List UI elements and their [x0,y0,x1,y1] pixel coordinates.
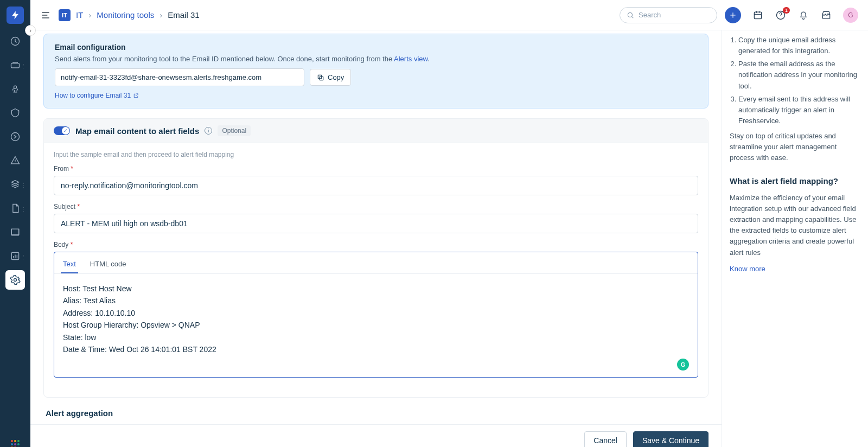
breadcrumb: IT IT › Monitoring tools › Email 31 [59,9,200,21]
body-editor: Text HTML code Host: Test Host New Alias… [54,252,698,378]
configure-link[interactable]: How to configure Email 31 [55,92,139,99]
sidebar-item-reports[interactable]: ⋮ [5,246,25,266]
help-step: Paste the email address as the notificat… [738,59,860,91]
chevron-right-icon: › [88,10,91,20]
email-config-title: Email configuration [55,43,697,52]
new-button[interactable] [725,7,741,23]
mapping-hint: Input the sample email and then proceed … [54,151,698,158]
search-placeholder: Search [639,11,661,19]
menu-toggle-icon[interactable] [40,10,51,21]
calendar-icon[interactable] [752,9,764,21]
svg-point-5 [14,279,17,282]
mapping-toggle[interactable] [54,126,70,135]
help-badge: 1 [783,7,790,14]
notifications-icon[interactable] [797,9,809,21]
aggregation-section-title: Alert aggregation [46,408,709,418]
help-icon[interactable]: 1 [775,9,787,21]
mapping-help-text: Maximize the efficiency of your email in… [730,193,860,258]
info-icon[interactable]: i [205,127,212,135]
sidebar-expand-button[interactable]: › [25,25,36,36]
breadcrumb-level1[interactable]: Monitoring tools [97,10,154,20]
sidebar-item-problems[interactable] [5,79,25,99]
help-step: Every email sent to this address will au… [738,94,860,126]
subject-input[interactable] [54,214,698,233]
svg-point-2 [14,86,17,88]
search-input[interactable]: Search [620,7,717,23]
help-step: Copy the unique email address generated … [738,35,860,56]
breadcrumb-current: Email 31 [168,10,199,20]
tab-text[interactable]: Text [61,256,78,273]
chevron-right-icon: › [159,10,162,20]
optional-chip: Optional [218,125,251,136]
mapping-help-title: What is alert field mapping? [730,175,860,187]
sidebar-item-changes[interactable] [5,103,25,123]
alerts-view-link[interactable]: Alerts view [394,55,427,63]
app-logo[interactable] [7,7,24,24]
body-label: Body * [54,241,698,248]
svg-point-3 [11,133,20,141]
sidebar-item-alerts[interactable] [5,151,25,170]
footer-actions: Cancel Save & Continue [30,424,722,447]
svg-point-6 [628,12,632,17]
svg-rect-7 [754,12,761,18]
email-config-description: Send alerts from your monitoring tool to… [55,55,697,63]
email-config-panel: Email configuration Send alerts from you… [43,34,709,108]
top-header: IT IT › Monitoring tools › Email 31 Sear… [30,0,868,30]
save-continue-button[interactable]: Save & Continue [633,431,709,447]
help-side-panel: Copy the unique email address generated … [722,30,868,447]
workspace-badge[interactable]: IT [59,9,71,21]
mapping-title: Map email content to alert fields [75,126,199,136]
main-content: Email configuration Send alerts from you… [30,30,722,447]
know-more-link[interactable]: Know more [730,265,765,273]
sidebar-item-dashboard[interactable] [5,31,25,51]
sidebar-item-apps[interactable] [5,435,25,447]
sidebar-item-tickets[interactable]: ⋮ [5,55,25,75]
sidebar-item-solutions[interactable] [5,222,25,242]
sidebar-item-releases[interactable] [5,127,25,146]
svg-rect-1 [11,63,20,68]
body-textarea[interactable]: Host: Test Host New Alias: Test Alias Ad… [54,274,698,377]
left-sidebar: › ⋮ ⋮ ⋮ ⋮ [0,0,30,447]
copy-button[interactable]: Copy [310,69,351,86]
cancel-button[interactable]: Cancel [584,431,627,447]
subject-label: Subject * [54,203,698,210]
from-label: From * [54,165,698,173]
from-input[interactable] [54,176,698,195]
sidebar-item-assets[interactable]: ⋮ [5,175,25,194]
help-stay-text: Stay on top of critical updates and stre… [730,131,860,163]
sidebar-item-documents[interactable]: ⋮ [5,199,25,218]
tab-html[interactable]: HTML code [88,256,129,273]
integration-email-input[interactable] [55,68,304,86]
marketplace-icon[interactable] [820,9,832,21]
mapping-section: Map email content to alert fields i Opti… [43,118,709,398]
sidebar-item-settings[interactable] [5,270,25,290]
breadcrumb-root[interactable]: IT [76,10,83,20]
user-avatar[interactable]: G [843,8,858,23]
